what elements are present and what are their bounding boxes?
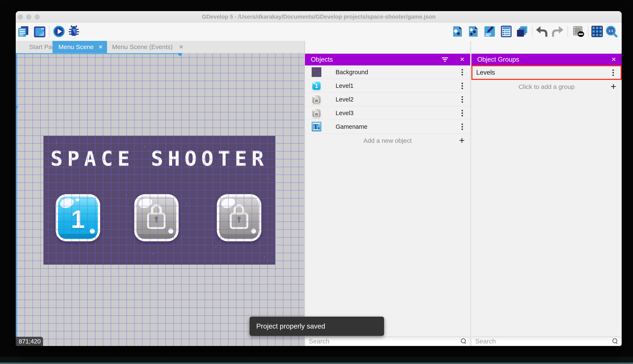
close-tab-icon[interactable]: ✕	[179, 41, 183, 53]
close-panel-icon[interactable]: ✕	[611, 54, 616, 66]
text-object-thumbnail: Tx	[312, 122, 321, 132]
background-thumbnail	[312, 67, 321, 77]
scene-editor-canvas[interactable]: SPACE SHOOTER 1	[16, 53, 304, 346]
object-row-level2[interactable]: Level2	[305, 93, 470, 106]
add-object-plus-icon[interactable]: +	[459, 134, 465, 148]
window-title: GDevelop 5 - /Users/dkarakay/Documents/G…	[16, 11, 622, 22]
group-row-levels[interactable]: Levels	[471, 65, 622, 80]
group-menu-icon[interactable]	[612, 72, 614, 74]
object-row-level1[interactable]: 1 Level1	[305, 79, 470, 93]
close-tab-icon[interactable]: ✕	[98, 41, 103, 53]
selection-handle[interactable]	[178, 53, 182, 56]
toolbar-separator	[567, 26, 568, 37]
object-row-gamename[interactable]: Tx Gamename	[305, 120, 470, 134]
object-groups-panel-header: Object Groups ✕	[471, 54, 622, 66]
gdevelop-window: GDevelop 5 - /Users/dkarakay/Documents/G…	[16, 11, 622, 346]
add-group-row[interactable]: Click to add a group +	[471, 80, 622, 94]
selection-handle[interactable]	[16, 105, 18, 109]
tab-menu-scene-events[interactable]: Menu Scene (Events) ✕	[107, 41, 187, 53]
level3-button-instance[interactable]	[217, 194, 261, 241]
objects-panel-header: Objects ✕	[305, 54, 470, 66]
desktop-edge-strip	[0, 362, 633, 364]
cursor-coordinates-badge: 871;420	[16, 337, 43, 346]
object-row-level3[interactable]: Level3	[305, 106, 470, 120]
save-toast: Project properly saved	[249, 316, 384, 336]
object-menu-icon[interactable]	[462, 99, 463, 100]
add-object-icon[interactable]	[451, 25, 464, 38]
object-row-background[interactable]: Background	[305, 66, 470, 79]
selection-top-edge	[16, 53, 180, 54]
preview-window-icon[interactable]	[34, 25, 46, 38]
object-menu-icon[interactable]	[462, 72, 463, 73]
title-bar: GDevelop 5 - /Users/dkarakay/Documents/G…	[16, 11, 622, 22]
object-menu-icon[interactable]	[462, 112, 463, 114]
tab-bar: Start Page Menu Scene ✕ Menu Scene (Even…	[16, 41, 304, 53]
play-preview-icon[interactable]	[53, 25, 65, 38]
add-object-row[interactable]: Add a new object +	[305, 134, 470, 148]
level1-button-instance[interactable]: 1	[56, 194, 100, 241]
object-groups-panel-title: Object Groups	[477, 54, 519, 66]
gamename-text-instance[interactable]: SPACE SHOOTER	[44, 149, 275, 168]
grid-icon[interactable]	[591, 25, 603, 38]
groups-search-input[interactable]	[471, 336, 622, 346]
lock-icon	[146, 204, 166, 230]
objects-panel-title: Objects	[311, 54, 333, 66]
level1-thumbnail: 1	[312, 81, 321, 90]
filter-icon[interactable]	[442, 58, 448, 62]
toolbar-separator	[49, 26, 49, 37]
object-menu-icon[interactable]	[462, 126, 463, 128]
level3-thumbnail	[312, 108, 321, 118]
object-groups-icon[interactable]	[467, 25, 479, 38]
svg-text:1:1: 1:1	[608, 29, 613, 33]
toolbar-separator	[532, 26, 532, 37]
project-manager-icon[interactable]	[18, 25, 30, 38]
selection-left-edge	[16, 53, 17, 346]
redo-icon[interactable]	[552, 25, 564, 38]
add-group-plus-icon[interactable]: +	[610, 80, 616, 94]
object-menu-icon[interactable]	[462, 85, 463, 86]
edit-properties-icon[interactable]	[484, 25, 496, 38]
toolbar-separator	[588, 26, 588, 37]
starfield-decoration	[56, 142, 57, 143]
zoom-one-to-one-icon[interactable]: 1:1	[605, 25, 618, 38]
debug-icon[interactable]	[68, 25, 80, 38]
desktop-texture	[0, 357, 633, 363]
instances-list-icon[interactable]	[500, 25, 512, 38]
background-instance[interactable]: SPACE SHOOTER 1	[44, 136, 275, 264]
objects-search-input[interactable]	[305, 336, 470, 346]
level1-digit: 1	[58, 198, 98, 239]
close-panel-icon[interactable]: ✕	[460, 54, 465, 66]
object-groups-panel: Object Groups ✕ Levels Click to add a gr…	[471, 41, 622, 346]
level2-thumbnail	[312, 94, 321, 104]
toolbar: 1:1	[16, 22, 622, 41]
level2-button-instance[interactable]	[134, 194, 179, 241]
undo-icon[interactable]	[535, 25, 547, 38]
tab-menu-scene[interactable]: Menu Scene ✕	[53, 41, 107, 53]
objects-panel: Objects ✕ Background 1 Level1 Level2	[305, 41, 470, 346]
toggle-mask-icon[interactable]	[572, 25, 585, 38]
layers-icon[interactable]	[516, 25, 528, 38]
lock-icon	[229, 204, 249, 230]
